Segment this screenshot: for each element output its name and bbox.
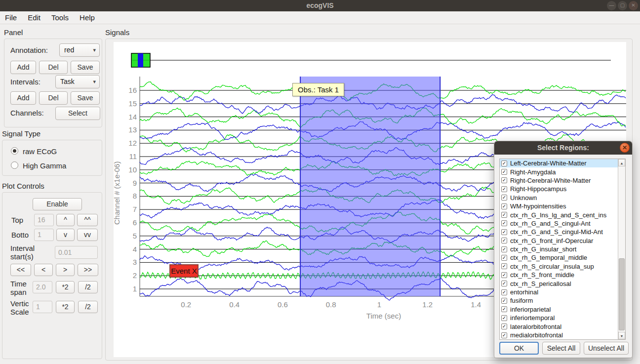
region-checkbox[interactable]: ✓ (501, 298, 507, 304)
forward-button[interactable]: > (56, 264, 75, 276)
rewind-button[interactable]: << (10, 264, 31, 276)
y-tick-label: 5 (133, 232, 137, 240)
dialog-title: Select Regions: (494, 141, 632, 155)
high-gamma-radio[interactable] (11, 162, 18, 169)
menu-help[interactable]: Help (80, 13, 95, 22)
unselect-all-button[interactable]: Unselect All (584, 342, 629, 355)
dialog-title-bar[interactable]: Select Regions: ✕ (494, 141, 632, 155)
maximize-icon[interactable]: ▢ (618, 1, 627, 10)
region-checkbox[interactable]: ✓ (501, 161, 507, 166)
region-checkbox[interactable]: ✓ (501, 281, 507, 286)
vertical-scale-double-button[interactable]: *2 (56, 301, 75, 313)
region-checkbox[interactable]: ✓ (501, 324, 507, 329)
scroll-up-icon[interactable]: ▲ (618, 159, 625, 166)
region-list-item[interactable]: ✓ctx_rh_G_front_inf-Opercular (500, 237, 625, 245)
region-list-item[interactable]: ✓Left-Cerebral-White-Matter (500, 159, 625, 167)
annotation-save-button[interactable]: Save (71, 61, 100, 74)
region-checkbox[interactable]: ✓ (501, 238, 507, 243)
region-checkbox[interactable]: ✓ (501, 332, 507, 338)
channel-down-button[interactable]: v (56, 229, 75, 241)
region-list-item[interactable]: ✓Right-Amygdala (500, 167, 625, 176)
region-label: medialorbitofrontal (510, 331, 563, 339)
region-label: Unknown (510, 194, 537, 202)
region-list-item[interactable]: ✓lateralorbitofrontal (500, 322, 625, 330)
interval-start-input: 0.01 (55, 246, 98, 259)
intervals-save-button[interactable]: Save (71, 91, 100, 105)
region-checkbox[interactable]: ✓ (501, 186, 507, 192)
menu-edit[interactable]: Edit (28, 13, 40, 22)
overview-current-window[interactable] (138, 53, 143, 67)
vertical-scale-halve-button[interactable]: /2 (78, 301, 98, 313)
intervals-dropdown[interactable]: Task ▾ (55, 75, 100, 88)
enable-button[interactable]: Enable (33, 198, 82, 210)
region-checkbox[interactable]: ✓ (501, 177, 507, 183)
minimize-icon[interactable]: — (607, 1, 616, 10)
menu-bar: File Edit Tools Help (0, 11, 640, 24)
region-list-item[interactable]: ✓ctx_rh_G_Ins_lg_and_S_cent_ins (500, 210, 625, 219)
region-checkbox[interactable]: ✓ (501, 289, 507, 295)
interval-region[interactable] (300, 77, 440, 296)
window-title: ecogVIS (0, 0, 640, 11)
region-checkbox[interactable]: ✓ (501, 246, 507, 252)
time-span-double-button[interactable]: *2 (56, 281, 75, 293)
dialog-close-icon[interactable]: ✕ (620, 143, 630, 153)
plot-controls-box: Enable Top 16 ^ ^^ Botto 1 v vv Interval… (2, 192, 102, 359)
menu-tools[interactable]: Tools (51, 13, 69, 22)
region-checkbox[interactable]: ✓ (501, 195, 507, 201)
intervals-del-button[interactable]: Del (39, 91, 68, 105)
region-checkbox[interactable]: ✓ (501, 263, 507, 269)
region-list-item[interactable]: ✓fusiform (500, 296, 625, 305)
event-marker[interactable]: Event X (169, 264, 199, 278)
region-list-item[interactable]: ✓WM-hypointensities (500, 202, 625, 210)
raw-ecog-label: raw ECoG (23, 147, 57, 156)
scrollbar-thumb[interactable] (619, 258, 625, 330)
y-axis-label: Channel # (x1e-06) (113, 162, 121, 225)
region-checkbox[interactable]: ✓ (501, 306, 507, 312)
raw-ecog-radio[interactable] (11, 147, 18, 155)
region-checkbox[interactable]: ✓ (501, 203, 507, 209)
region-checkbox[interactable]: ✓ (501, 315, 507, 321)
channels-select-button[interactable]: Select (55, 107, 100, 120)
chevron-down-icon: ▾ (93, 76, 96, 88)
region-checkbox[interactable]: ✓ (501, 255, 507, 261)
region-checkbox[interactable]: ✓ (501, 272, 507, 278)
region-list-item[interactable]: ✓ctx_rh_S_front_middle (500, 271, 625, 279)
y-tick-label: 6 (133, 218, 137, 227)
region-checkbox[interactable]: ✓ (501, 212, 507, 218)
intervals-add-button[interactable]: Add (10, 91, 36, 105)
select-all-button[interactable]: Select All (542, 342, 580, 355)
fast-forward-button[interactable]: >> (78, 264, 98, 276)
channel-down-fast-button[interactable]: vv (77, 229, 98, 241)
channels-label: Channels: (10, 109, 44, 117)
region-list-item[interactable]: ✓Right-Hippocampus (500, 185, 625, 193)
region-list-item[interactable]: ✓entorhinal (500, 288, 625, 296)
close-icon[interactable]: ✕ (629, 1, 638, 10)
region-list-item[interactable]: ✓medialorbitofrontal (500, 331, 625, 339)
region-list-item[interactable]: ✓ctx_rh_G_and_S_cingul-Ant (500, 219, 625, 228)
region-list-item[interactable]: ✓Right-Cerebral-White-Matter (500, 176, 625, 185)
annotation-add-button[interactable]: Add (10, 61, 36, 74)
region-list-item[interactable]: ✓ctx_rh_S_pericallosal (500, 279, 625, 287)
menu-file[interactable]: File (5, 13, 17, 22)
region-list-item[interactable]: ✓ctx_rh_S_circular_insula_sup (500, 262, 625, 271)
region-list-item[interactable]: ✓inferiortemporal (500, 314, 625, 322)
time-span-halve-button[interactable]: /2 (78, 281, 98, 293)
region-list-item[interactable]: ✓Unknown (500, 194, 625, 202)
channel-up-fast-button[interactable]: ^^ (77, 214, 98, 226)
annotation-del-button[interactable]: Del (39, 61, 68, 74)
region-list-item[interactable]: ✓ctx_rh_G_and_S_cingul-Mid-Ant (500, 228, 625, 236)
region-checkbox[interactable]: ✓ (501, 169, 507, 175)
ok-button[interactable]: OK (499, 342, 539, 355)
region-checkbox[interactable]: ✓ (501, 220, 507, 226)
annotation-dropdown[interactable]: red ▾ (59, 43, 100, 57)
region-list-item[interactable]: ✓ctx_rh_G_insular_short (500, 245, 625, 253)
scroll-down-icon[interactable]: ▼ (618, 332, 625, 339)
region-label: Left-Cerebral-White-Matter (510, 160, 587, 167)
back-button[interactable]: < (34, 264, 53, 276)
region-list-item[interactable]: ✓inferiorparietal (500, 305, 625, 314)
region-list-scrollbar[interactable]: ▲ ▼ (618, 159, 625, 339)
region-label: ctx_rh_G_insular_short (510, 245, 576, 253)
channel-up-button[interactable]: ^ (56, 214, 75, 226)
region-checkbox[interactable]: ✓ (501, 229, 507, 235)
region-list-item[interactable]: ✓ctx_rh_G_temporal_middle (500, 253, 625, 262)
